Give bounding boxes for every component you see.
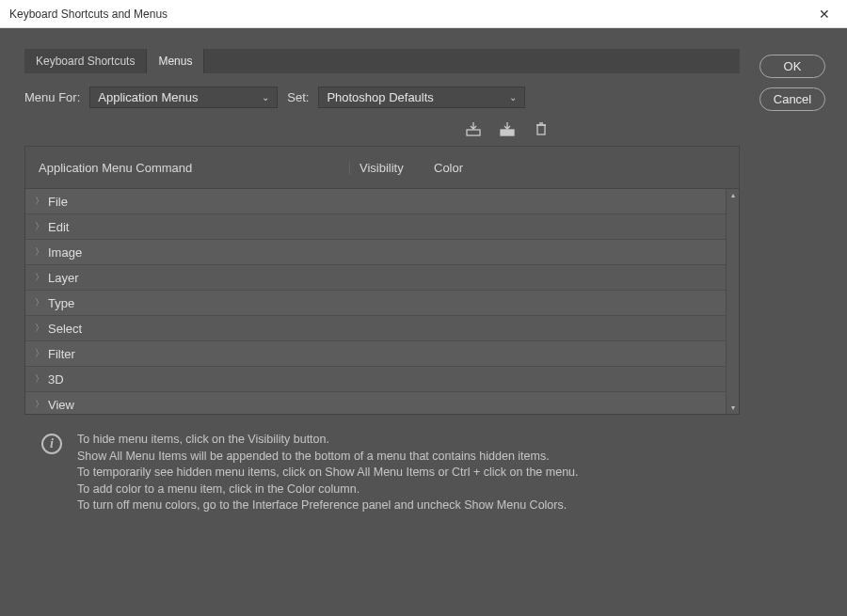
titlebar: Keyboard Shortcuts and Menus ✕ (0, 0, 847, 28)
menu-label: Image (48, 245, 82, 260)
info-box: i To hide menu items, click on the Visib… (24, 415, 740, 514)
side-column: OK Cancel (757, 49, 828, 597)
ok-button[interactable]: OK (759, 55, 825, 78)
chevron-right-icon: 〉 (35, 296, 48, 309)
tab-menus[interactable]: Menus (147, 49, 204, 73)
chevron-right-icon: 〉 (35, 220, 48, 233)
menu-row-edit[interactable]: 〉Edit (25, 214, 726, 240)
menu-label: Layer (48, 271, 79, 285)
menu-label: Select (48, 322, 82, 336)
svg-rect-0 (467, 130, 480, 135)
menu-row-filter[interactable]: 〉Filter (25, 341, 726, 367)
chevron-right-icon: 〉 (35, 372, 48, 386)
chevron-right-icon: 〉 (35, 398, 48, 411)
chevron-right-icon: 〉 (35, 245, 48, 259)
header-color[interactable]: Color (424, 161, 726, 175)
set-value: Photoshop Defaults (327, 90, 433, 104)
menu-list: 〉File 〉Edit 〉Image 〉Layer 〉Type 〉Select … (24, 189, 740, 415)
chevron-right-icon: 〉 (35, 322, 48, 335)
menu-for-label: Menu For: (24, 90, 80, 104)
close-icon[interactable]: ✕ (811, 3, 838, 25)
scrollbar[interactable]: ▴ ▾ (726, 189, 739, 414)
info-icon: i (41, 434, 62, 454)
window-title: Keyboard Shortcuts and Menus (9, 8, 168, 21)
list-header: Application Menu Command Visibility Colo… (24, 146, 740, 189)
tab-keyboard-shortcuts[interactable]: Keyboard Shortcuts (24, 49, 147, 73)
header-command: Application Menu Command (39, 161, 349, 175)
tabstrip: Keyboard Shortcuts Menus (24, 49, 740, 73)
menu-for-value: Application Menus (98, 90, 198, 104)
chevron-right-icon: 〉 (35, 347, 48, 360)
menu-label: View (48, 398, 74, 412)
scroll-up-icon[interactable]: ▴ (727, 189, 740, 201)
main-column: Keyboard Shortcuts Menus Menu For: Appli… (24, 49, 740, 597)
info-line: To temporarily see hidden menu items, cl… (77, 465, 579, 482)
menu-row-view[interactable]: 〉View (25, 392, 726, 414)
chevron-down-icon: ⌄ (509, 92, 517, 103)
menu-rows: 〉File 〉Edit 〉Image 〉Layer 〉Type 〉Select … (25, 189, 726, 414)
info-line: To hide menu items, click on the Visibil… (77, 432, 579, 449)
toolbar-icons (24, 118, 740, 146)
info-line: To add color to a menu item, click in th… (77, 482, 579, 498)
menu-label: 3D (48, 372, 64, 387)
chevron-down-icon: ⌄ (262, 92, 269, 103)
delete-set-icon[interactable] (531, 119, 551, 138)
menu-label: Filter (48, 347, 75, 361)
menu-row-select[interactable]: 〉Select (25, 316, 726, 341)
info-text: To hide menu items, click on the Visibil… (77, 432, 579, 514)
header-visibility[interactable]: Visibility (349, 161, 424, 175)
menu-label: Edit (48, 220, 69, 234)
controls-row: Menu For: Application Menus ⌄ Set: Photo… (24, 73, 740, 118)
save-set-as-icon[interactable] (497, 119, 518, 138)
svg-rect-2 (537, 125, 545, 134)
menu-row-file[interactable]: 〉File (25, 189, 726, 214)
menu-label: File (48, 195, 68, 209)
menu-row-3d[interactable]: 〉3D (25, 367, 726, 392)
chevron-right-icon: 〉 (35, 195, 48, 208)
info-line: To turn off menu colors, go to the Inter… (77, 498, 579, 514)
cancel-button[interactable]: Cancel (759, 87, 825, 111)
scroll-down-icon[interactable]: ▾ (727, 402, 740, 414)
dialog-body: Keyboard Shortcuts Menus Menu For: Appli… (0, 28, 847, 616)
menu-label: Type (48, 296, 74, 310)
set-select[interactable]: Photoshop Defaults ⌄ (318, 87, 525, 108)
svg-rect-1 (501, 130, 514, 135)
info-line: Show All Menu Items will be appended to … (77, 449, 579, 466)
chevron-right-icon: 〉 (35, 271, 48, 284)
menu-row-type[interactable]: 〉Type (25, 291, 726, 316)
menu-row-layer[interactable]: 〉Layer (25, 265, 726, 291)
set-label: Set: (287, 90, 309, 104)
menu-row-image[interactable]: 〉Image (25, 240, 726, 265)
menu-for-select[interactable]: Application Menus ⌄ (89, 87, 278, 108)
save-set-icon[interactable] (463, 119, 484, 138)
